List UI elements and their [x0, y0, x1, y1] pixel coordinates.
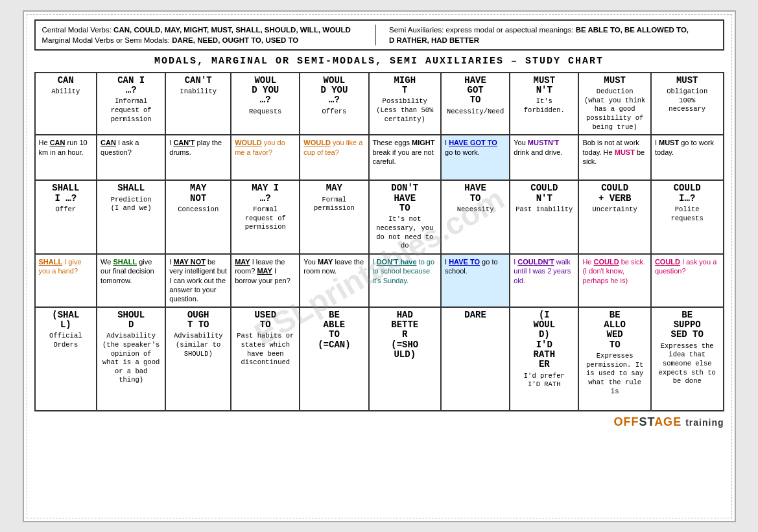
ex-could-i: COULD I ask you a question? — [651, 254, 724, 306]
ex-may-not: I MAY NOT be very intelligent but I can … — [165, 254, 231, 306]
header-row-3: (SHALL) OfficialOrders SHOULD Advisabili… — [35, 307, 724, 411]
ex-would-offer: WOULD you like a cup of tea? — [300, 135, 368, 180]
ex-can-i: CAN I ask a question? — [97, 135, 165, 180]
cell-mustnt: MUSTN'T It's forbidden. — [510, 73, 578, 135]
example-row-2: SHALL I give you a hand? We SHALL give o… — [35, 254, 724, 306]
cell-may-perm: MAY Formalpermission — [300, 180, 368, 254]
cell-ought-to: OUGHT TO Advisability(similar to SHOULD) — [165, 307, 231, 411]
cell-couldnt: COULDN'T Past Inability — [510, 180, 578, 254]
cell-would-you1: WOULD YOU…? Requests — [231, 73, 300, 135]
cell-id-rather: (IWOULD)I'DRATHER I'd preferI'D RATH — [510, 307, 578, 411]
header-info: Central Modal Verbs: CAN, COULD, MAY, MI… — [34, 19, 724, 51]
footer-logo: OFFSTAGE training — [34, 415, 724, 429]
cell-might: MIGHT Possibility(Less than 50%certainty… — [369, 73, 442, 135]
cell-be-able-to: BEABLETO(=CAN) — [300, 307, 368, 411]
chart-table: CAN Ability CAN I…? Informalrequest ofpe… — [34, 72, 724, 411]
cell-have-to: HAVETO Necessity — [441, 180, 510, 254]
cell-shall-official: (SHALL) OfficialOrders — [35, 307, 97, 411]
ex-would-req: WOULD you do me a favor? — [231, 135, 300, 180]
cell-can: CAN Ability — [35, 73, 97, 135]
cell-must-deduction: MUST Deduction(what you thinkhas a goodp… — [578, 73, 651, 135]
cell-dare: DARE — [441, 307, 510, 411]
header-row-2: SHALLI …? Offer SHALL Prediction(I and w… — [35, 180, 724, 254]
ex-may-perm: You MAY leave the room now. — [300, 254, 368, 306]
cell-should: SHOULD Advisability(the speaker's opinio… — [97, 307, 165, 411]
ex-have-got-to: I HAVE GOT TO go to work. — [441, 135, 510, 180]
ex-cant: I CAN'T play the drums. — [165, 135, 231, 180]
ex-might: These eggs MIGHT break if you are not ca… — [369, 135, 442, 180]
cell-would-you2: WOULD YOU…? Offers — [300, 73, 368, 135]
cell-may-i: MAY I…? Formalrequest ofpermission — [231, 180, 300, 254]
page: Central Modal Verbs: CAN, COULD, MAY, MI… — [23, 10, 736, 522]
cell-dont-have-to: DON'THAVETO It's not necessary, you do n… — [369, 180, 442, 254]
ex-have-to: I HAVE TO go to school. — [441, 254, 510, 306]
cell-could-verb: COULD+ VERB Uncertainty — [578, 180, 651, 254]
ex-couldnt: I COULDN'T walk until I was 2 years old. — [510, 254, 578, 306]
ex-shall-i: SHALL I give you a hand? — [35, 254, 97, 306]
ex-dont-have-to: I DON'T have to go to school because it'… — [369, 254, 442, 306]
ex-may-i: MAY I leave the room? MAY I borrow your … — [231, 254, 300, 306]
cell-be-allowed-to: BEALLOWEDTO Expresses permission. It is … — [578, 307, 651, 411]
cell-can-i: CAN I…? Informalrequest ofpermission — [97, 73, 165, 135]
cell-shall-pred: SHALL Prediction(I and we) — [97, 180, 165, 254]
example-row-1: He CAN run 10 km in an hour. CAN I ask a… — [35, 135, 724, 180]
cell-shall-i: SHALLI …? Offer — [35, 180, 97, 254]
cell-used-to: USEDTO Past habits or states which have … — [231, 307, 300, 411]
cell-have-got-to: HAVEGOTTO Necessity/Need — [441, 73, 510, 135]
cell-could-i: COULDI…? Politerequests — [651, 180, 724, 254]
ex-must-ded: Bob is not at work today. He MUST be sic… — [578, 135, 651, 180]
cell-must-obligation: MUST Obligation100%necessary — [651, 73, 724, 135]
header-right: Semi Auxiliaries: express modal or aspec… — [383, 25, 717, 45]
header-row: CAN Ability CAN I…? Informalrequest ofpe… — [35, 73, 724, 135]
cell-be-supposed-to: BESUPPOSED TO Expresses the idea that so… — [651, 307, 724, 411]
ex-mustnt: You MUSTN'T drink and drive. — [510, 135, 578, 180]
cell-may-not: MAYNOT Concession — [165, 180, 231, 254]
ex-can: He CAN run 10 km in an hour. — [35, 135, 97, 180]
ex-could-verb: He COULD be sick. (I don't know, perhaps… — [578, 254, 651, 306]
header-left: Central Modal Verbs: CAN, COULD, MAY, MI… — [42, 25, 377, 45]
cell-had-better: HADBETTER(=SHOULD) — [369, 307, 442, 411]
ex-must-obl: I MUST go to work today. — [651, 135, 724, 180]
chart-title: MODALS, MARGINAL OR SEMI-MODALS, SEMI AU… — [34, 56, 724, 67]
ex-shall-pred: We SHALL give our final decision tomorro… — [97, 254, 165, 306]
cell-cant: CAN'T Inability — [165, 73, 231, 135]
